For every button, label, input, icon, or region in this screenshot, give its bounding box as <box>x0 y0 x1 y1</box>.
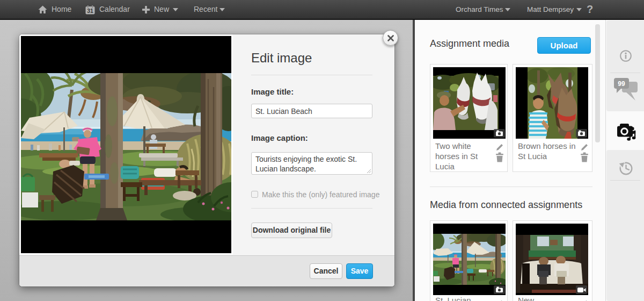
svg-text:99: 99 <box>618 80 625 88</box>
svg-text:31: 31 <box>87 8 93 14</box>
